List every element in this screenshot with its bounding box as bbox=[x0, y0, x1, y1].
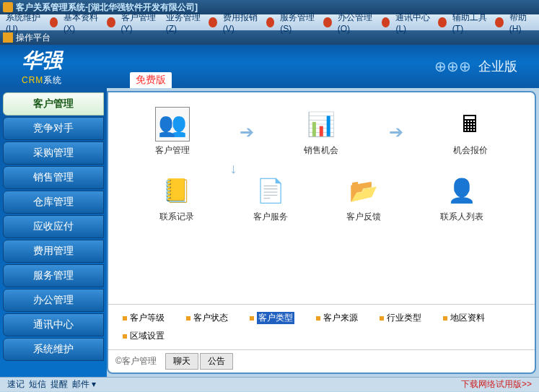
menu-service[interactable]: 服务管理(S) bbox=[277, 10, 320, 35]
sidebar-item-expense[interactable]: 费用管理 bbox=[3, 240, 104, 263]
tab-chat[interactable]: 聊天 bbox=[165, 353, 198, 370]
menu-sep-icon bbox=[438, 17, 446, 27]
menu-office[interactable]: 办公管理(O) bbox=[335, 10, 379, 35]
people-icon: 👥 bbox=[155, 107, 190, 141]
subtitle-icon bbox=[3, 32, 13, 43]
wf-customer-service[interactable]: 📄 客户服务 bbox=[253, 173, 288, 223]
menu-comm[interactable]: 通讯中心(L) bbox=[393, 10, 435, 35]
main-area: 客户管理 竞争对手 采购管理 销售管理 仓库管理 应收应付 费用管理 服务管理 … bbox=[0, 88, 539, 377]
download-link[interactable]: 下载网络试用版>> bbox=[461, 378, 532, 391]
menu-sep-icon bbox=[323, 17, 331, 27]
link-customer-level[interactable]: 客户等级 bbox=[123, 312, 165, 324]
wf-contact-record[interactable]: 📒 联系记录 bbox=[159, 173, 194, 223]
sidebar-item-comm[interactable]: 通讯中心 bbox=[3, 313, 104, 336]
header-right: ⊕⊕⊕ 企业版 bbox=[434, 58, 517, 75]
logo-area: 华强 CRM系统 bbox=[22, 47, 62, 87]
copyright-text: ©客户管理 bbox=[115, 355, 157, 367]
sidebar: 客户管理 竞争对手 采购管理 销售管理 仓库管理 应收应付 费用管理 服务管理 … bbox=[0, 88, 107, 377]
menu-tools[interactable]: 辅助工具(T) bbox=[450, 10, 493, 35]
sidebar-item-service[interactable]: 服务管理 bbox=[3, 264, 104, 287]
arrow-right-icon: ➔ bbox=[240, 122, 254, 142]
sidebar-item-receivable[interactable]: 应收应付 bbox=[3, 215, 104, 238]
content-panel: 👥 客户管理 ➔ 📊 销售机会 ➔ 🖩 机会报价 ↓ bbox=[107, 91, 536, 374]
menu-sep-icon bbox=[107, 17, 115, 27]
status-mail[interactable]: 邮件 ▾ bbox=[72, 378, 96, 391]
statusbar: 速记 短信 提醒 邮件 ▾ 下载网络试用版>> bbox=[0, 377, 539, 391]
sidebar-item-customer[interactable]: 客户管理 bbox=[3, 92, 104, 116]
bullet-icon bbox=[443, 316, 447, 321]
link-industry-type[interactable]: 行业类型 bbox=[380, 312, 421, 324]
bullet-icon bbox=[123, 316, 127, 321]
bullet-icon bbox=[123, 334, 127, 339]
sidebar-item-warehouse[interactable]: 仓库管理 bbox=[3, 191, 104, 214]
wf-quote[interactable]: 🖩 机会报价 bbox=[453, 107, 488, 157]
sidebar-item-purchase[interactable]: 采购管理 bbox=[3, 141, 104, 165]
menu-business[interactable]: 业务管理(Z) bbox=[163, 10, 206, 35]
tab-announce[interactable]: 公告 bbox=[200, 353, 233, 370]
menu-sep-icon bbox=[495, 17, 503, 27]
edition-label: 企业版 bbox=[478, 58, 517, 75]
arrow-right-icon: ➔ bbox=[389, 122, 403, 142]
wf-contact-list[interactable]: 👤 联系人列表 bbox=[440, 173, 483, 223]
wf-sales-opportunity[interactable]: 📊 销售机会 bbox=[304, 107, 338, 157]
workflow-row-1: 👥 客户管理 ➔ 📊 销售机会 ➔ 🖩 机会报价 bbox=[130, 107, 513, 157]
link-customer-type[interactable]: 客户类型 bbox=[250, 312, 294, 324]
sidebar-item-sales[interactable]: 销售管理 bbox=[3, 166, 104, 189]
status-sms[interactable]: 短信 bbox=[29, 378, 46, 391]
workflow-row-2: 📒 联系记录 📄 客户服务 📂 客户反馈 👤 联系人列表 bbox=[130, 173, 513, 223]
wf-feedback[interactable]: 📂 客户反馈 bbox=[346, 173, 381, 223]
tabs-row: ©客户管理 聊天 公告 bbox=[108, 349, 535, 373]
menu-expense[interactable]: 费用报销(V) bbox=[220, 10, 263, 35]
header-band: 华强 CRM系统 免费版 ⊕⊕⊕ 企业版 bbox=[0, 45, 539, 88]
status-remind[interactable]: 提醒 bbox=[51, 378, 68, 391]
menu-help[interactable]: 帮助(H) bbox=[507, 10, 536, 35]
logo-subtitle: CRM系统 bbox=[22, 74, 62, 87]
bullet-icon bbox=[380, 316, 384, 321]
link-region-data[interactable]: 地区资料 bbox=[443, 312, 485, 324]
menu-basic[interactable]: 基本资料(X) bbox=[61, 10, 104, 35]
menu-sep-icon bbox=[266, 17, 274, 27]
link-customer-source[interactable]: 客户来源 bbox=[316, 312, 358, 324]
wf-customer-mgmt[interactable]: 👥 客户管理 bbox=[155, 107, 190, 157]
links-row: 客户等级 客户状态 客户类型 客户来源 行业类型 地区资料 区域设置 bbox=[108, 304, 535, 349]
free-badge: 免费版 bbox=[130, 72, 172, 88]
calculator-icon: 🖩 bbox=[453, 107, 488, 141]
person-icon: 👤 bbox=[444, 173, 479, 208]
status-note[interactable]: 速记 bbox=[7, 378, 25, 391]
menubar: 系统维护(U) 基本资料(X) 客户管理(Y) 业务管理(Z) 费用报销(V) … bbox=[0, 14, 539, 30]
menu-customer[interactable]: 客户管理(Y) bbox=[118, 10, 162, 35]
link-zone-setting[interactable]: 区域设置 bbox=[123, 330, 165, 342]
bullet-icon bbox=[316, 316, 320, 321]
chart-icon: 📊 bbox=[304, 107, 338, 141]
sidebar-item-competitor[interactable]: 竞争对手 bbox=[3, 117, 104, 140]
workflow-area: 👥 客户管理 ➔ 📊 销售机会 ➔ 🖩 机会报价 ↓ bbox=[108, 92, 535, 304]
folder-icon: 📂 bbox=[346, 173, 381, 208]
link-customer-status[interactable]: 客户状态 bbox=[186, 312, 228, 324]
sidebar-item-system[interactable]: 系统维护 bbox=[3, 338, 104, 361]
menu-sep-icon bbox=[209, 17, 216, 27]
subtitle-text: 操作平台 bbox=[16, 32, 51, 44]
sidebar-item-office[interactable]: 办公管理 bbox=[3, 289, 104, 312]
menu-sep-icon bbox=[382, 17, 390, 27]
status-left: 速记 短信 提醒 邮件 ▾ bbox=[7, 378, 96, 391]
document-icon: 📄 bbox=[253, 173, 288, 208]
menu-sep-icon bbox=[50, 17, 58, 27]
bullet-icon bbox=[186, 316, 190, 321]
bullet-icon bbox=[250, 316, 254, 321]
logo-text: 华强 bbox=[22, 47, 62, 74]
globe-icon: ⊕⊕⊕ bbox=[434, 58, 471, 75]
notebook-icon: 📒 bbox=[159, 173, 194, 208]
